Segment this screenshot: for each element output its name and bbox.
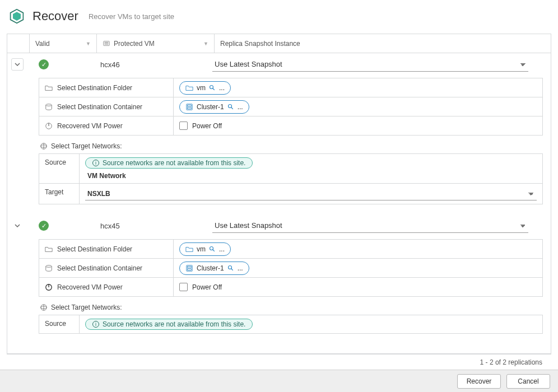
network-source-label: Source (39, 315, 80, 333)
recover-hex-icon (9, 8, 25, 24)
svg-line-12 (231, 107, 232, 109)
recovered-power-label: Recovered VM Power (57, 283, 123, 291)
source-network-warning-text: Source networks are not available from t… (103, 159, 245, 167)
network-source-label: Source (39, 154, 80, 183)
page-header: Recover Recover VMs to target site (0, 0, 558, 30)
col-header-protected-vm[interactable]: Protected VM ▼ (97, 34, 215, 53)
datastore-icon (45, 264, 53, 272)
vm-grid: Valid ▼ Protected VM ▼ Replica Snapshot … (7, 34, 551, 354)
folder-icon (185, 245, 193, 253)
power-off-checkbox[interactable]: Power Off (179, 122, 222, 130)
svg-rect-2 (104, 41, 110, 45)
svg-point-5 (210, 85, 213, 88)
source-network-warning: i Source networks are not available from… (85, 319, 253, 330)
chevron-down-icon (15, 223, 20, 228)
search-icon (209, 246, 216, 253)
search-icon (227, 104, 234, 110)
svg-rect-4 (105, 44, 109, 44)
row-recovered-power: Recovered VM Power Power Off (39, 278, 542, 297)
dest-container-label: Select Destination Container (57, 264, 142, 272)
power-off-checkbox[interactable]: Power Off (179, 283, 222, 291)
ellipsis: ... (219, 245, 225, 253)
network-icon (40, 142, 48, 150)
dest-container-value: Cluster-1 (197, 103, 224, 111)
vm-row: ✓ hcx45 Use Latest Snapshot (7, 214, 551, 237)
expand-toggle[interactable] (11, 223, 24, 228)
row-destination-container: Select Destination Container Cluster-1 .… (39, 97, 542, 116)
ellipsis: ... (219, 84, 225, 92)
status-valid-icon: ✓ (39, 221, 49, 231)
power-icon (45, 283, 53, 291)
source-network-warning-text: Source networks are not available from t… (103, 320, 245, 328)
select-target-networks-label: Select Target Networks: (51, 304, 122, 311)
power-off-label: Power Off (192, 122, 222, 130)
vm-detail-panel: Select Destination Folder vm ... (39, 239, 543, 334)
folder-icon (185, 84, 193, 92)
cluster-icon (185, 103, 193, 111)
status-valid-icon: ✓ (39, 59, 49, 69)
select-target-networks-heading: Select Target Networks: (40, 142, 543, 150)
svg-marker-1 (13, 12, 21, 21)
datastore-icon (45, 103, 53, 111)
row-destination-container: Select Destination Container Cluster-1 .… (39, 259, 542, 278)
dialog-footer: Recover Cancel (0, 370, 558, 392)
grid-body[interactable]: ✓ hcx46 Use Latest Snapshot Select Desti… (7, 53, 551, 353)
svg-line-6 (213, 88, 215, 90)
folder-icon (45, 245, 53, 253)
protected-vm-icon (103, 40, 110, 48)
vm-name: hcx45 (95, 222, 212, 230)
svg-point-7 (46, 104, 52, 106)
svg-line-19 (213, 249, 215, 251)
col-header-snapshot-label: Replica Snapshot Instance (220, 40, 300, 48)
cancel-button[interactable]: Cancel (506, 374, 550, 389)
filter-icon[interactable]: ▼ (86, 41, 91, 46)
svg-point-24 (228, 265, 231, 269)
svg-point-11 (228, 104, 231, 108)
dest-folder-value: vm (197, 84, 206, 92)
row-recovered-power: Recovered VM Power Power Off (39, 116, 542, 136)
col-header-protected-vm-label: Protected VM (114, 40, 155, 48)
col-header-snapshot: Replica Snapshot Instance (215, 34, 551, 53)
dest-folder-value: vm (197, 245, 206, 253)
dest-folder-chip[interactable]: vm ... (179, 81, 231, 95)
row-destination-folder: Select Destination Folder vm ... (39, 78, 542, 97)
source-network-warning: i Source networks are not available from… (85, 157, 253, 169)
snapshot-select[interactable]: Use Latest Snapshot (212, 57, 528, 72)
vm-detail-panel: Select Destination Folder vm ... (39, 78, 543, 204)
dest-folder-chip[interactable]: vm ... (179, 242, 231, 256)
svg-rect-9 (188, 105, 192, 106)
page-subtitle: Recover VMs to target site (89, 12, 174, 21)
svg-point-20 (46, 265, 52, 267)
col-header-valid[interactable]: Valid ▼ (30, 34, 97, 53)
svg-rect-22 (188, 266, 192, 268)
dest-container-chip[interactable]: Cluster-1 ... (179, 100, 249, 114)
chevron-down-icon (15, 62, 20, 67)
expand-toggle[interactable] (11, 58, 24, 71)
recovered-power-label: Recovered VM Power (57, 122, 123, 130)
network-icon (40, 304, 48, 311)
recover-button[interactable]: Recover (457, 374, 501, 389)
ellipsis: ... (238, 264, 243, 272)
target-network-select[interactable]: NSXLB (85, 187, 537, 200)
svg-rect-3 (105, 42, 109, 43)
row-destination-folder: Select Destination Folder vm ... (39, 240, 542, 259)
network-target-label: Target (39, 184, 80, 204)
col-header-valid-label: Valid (35, 40, 50, 48)
status-line: 1 - 2 of 2 replications (7, 354, 551, 370)
search-icon (209, 85, 216, 91)
dest-folder-label: Select Destination Folder (57, 245, 132, 253)
dest-folder-label: Select Destination Folder (57, 84, 132, 92)
vm-name: hcx46 (95, 60, 212, 69)
snapshot-select[interactable]: Use Latest Snapshot (212, 218, 528, 233)
folder-icon (45, 84, 53, 92)
vm-row: ✓ hcx46 Use Latest Snapshot (7, 53, 551, 76)
svg-line-25 (231, 268, 232, 270)
dest-container-label: Select Destination Container (57, 103, 142, 111)
status-text: 1 - 2 of 2 replications (480, 358, 542, 366)
cluster-icon (185, 264, 193, 272)
filter-icon[interactable]: ▼ (203, 41, 208, 46)
grid-header: Valid ▼ Protected VM ▼ Replica Snapshot … (7, 34, 551, 53)
svg-rect-23 (188, 268, 192, 270)
dest-container-chip[interactable]: Cluster-1 ... (179, 262, 249, 275)
select-target-networks-label: Select Target Networks: (51, 142, 122, 150)
